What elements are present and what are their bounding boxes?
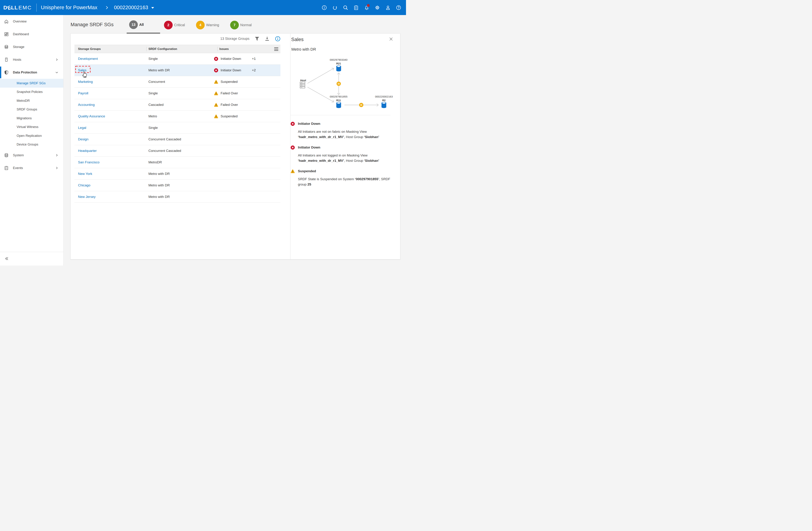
sidebar-item-virtual-witness[interactable]: Virtual Witness: [0, 123, 63, 131]
storage-group-link[interactable]: Quality Assurance: [78, 114, 105, 118]
table-row-accounting[interactable]: AccountingCascadedFailed Over: [74, 99, 280, 111]
table-row-new-jersey[interactable]: New JerseyMetro with DR: [74, 191, 280, 203]
sidebar-item-system[interactable]: System: [0, 149, 63, 162]
settings-icon[interactable]: [375, 5, 380, 10]
system-selector[interactable]: 000220002163: [114, 4, 154, 11]
srdf-configuration-cell: Metro: [148, 111, 157, 122]
help-icon[interactable]: [396, 5, 401, 10]
storage-group-name-cell: Accounting: [78, 99, 95, 111]
column-header-storage-groups[interactable]: Storage Groups: [78, 45, 101, 53]
sidebar-subitem-label: MetroDR: [17, 99, 30, 103]
column-header-srdf-configuration[interactable]: SRDF Configuration: [148, 45, 177, 53]
column-header-issues[interactable]: Issues: [219, 45, 229, 53]
dell-wordmark: DELL: [3, 4, 18, 11]
sidebar-item-label: Overview: [13, 19, 27, 23]
r11-system-id: 000297901855: [330, 95, 347, 98]
tab-critical[interactable]: 2 Critical: [161, 17, 187, 33]
error-icon: [290, 121, 295, 126]
sidebar-item-label: Hosts: [13, 58, 21, 61]
srdf-topology-diagram: Host 000297903340 R21: [290, 53, 401, 115]
sidebar-item-data-protection[interactable]: Data Protection: [0, 66, 63, 79]
issues-cell: Failed Over: [214, 99, 238, 111]
table-row-sales[interactable]: SalesMetro with DRInitiator Down+2: [74, 64, 280, 76]
storage-group-link[interactable]: Sales: [78, 68, 87, 72]
column-menu-icon[interactable]: [274, 47, 278, 51]
table-row-quality-assurance[interactable]: Quality AssuranceMetroSuspended: [74, 111, 280, 122]
table-row-new-york[interactable]: New YorkMetro with DR: [74, 168, 280, 180]
storage-group-link[interactable]: Accounting: [78, 103, 95, 107]
table-row-marketing[interactable]: MarketingConcurrentSuspended: [74, 76, 280, 88]
tab-normal[interactable]: 7 Normal: [228, 17, 254, 33]
storage-group-link[interactable]: New York: [78, 172, 92, 176]
sidebar-item-metrodr[interactable]: MetroDR: [0, 96, 63, 105]
hosts-icon: [4, 57, 9, 62]
refresh-icon[interactable]: [332, 5, 337, 10]
sidebar-item-snapshot-policies[interactable]: Snapshot Policies: [0, 88, 63, 97]
sidebar-item-migrations[interactable]: Migrations: [0, 114, 63, 123]
sidebar-item-storage[interactable]: Storage: [0, 41, 63, 53]
close-icon[interactable]: [389, 37, 393, 41]
sidebar-subitem-label: SRDF Groups: [17, 107, 37, 111]
storage-group-link[interactable]: Chicago: [78, 183, 90, 187]
details-info-icon[interactable]: [275, 36, 280, 41]
storage-group-link[interactable]: San Francisco: [78, 160, 99, 164]
filter-icon[interactable]: [255, 36, 260, 41]
table-row-payroll[interactable]: PayrollSingleFailed Over: [74, 88, 280, 99]
table-row-design[interactable]: DesignConcurrent Cascaded: [74, 134, 280, 145]
notifications-icon[interactable]: [364, 5, 369, 10]
sidebar-item-open-replication[interactable]: Open Replication: [0, 131, 63, 140]
data-protection-submenu: Manage SRDF SGs Snapshot Policies MetroD…: [0, 79, 63, 149]
export-icon[interactable]: [264, 36, 270, 41]
error-icon: [214, 68, 218, 73]
r2-system-id: 000220002163: [375, 95, 393, 98]
table-row-chicago[interactable]: ChicagoMetro with DR: [74, 180, 280, 191]
warning-icon: [214, 80, 218, 84]
issue-title: Initiator Down: [298, 145, 320, 149]
sidebar-subitem-label: Open Replication: [17, 134, 42, 138]
table-row-headquarter[interactable]: HeadquarterConcurrent Cascaded: [74, 145, 280, 157]
additional-issues-count: +2: [252, 64, 256, 76]
host-icon: [300, 82, 305, 88]
sidebar-item-device-groups[interactable]: Device Groups: [0, 140, 63, 149]
storage-group-link[interactable]: Headquarter: [78, 149, 97, 153]
table-row-development[interactable]: DevelopmentSingleInitiator Down+1: [74, 53, 280, 64]
sidebar-item-hosts[interactable]: Hosts: [0, 53, 63, 66]
r21-cylinder-icon: [336, 65, 341, 71]
shield-icon: [4, 70, 9, 75]
error-icon: [214, 57, 218, 61]
warning-icon: [214, 103, 218, 107]
storage-group-name-cell: San Francisco: [78, 157, 99, 168]
sidebar-item-events[interactable]: Events: [0, 162, 63, 174]
info-icon[interactable]: [322, 5, 327, 10]
storage-group-name-cell: New York: [78, 168, 92, 180]
issue-title: Suspended: [298, 169, 316, 173]
storage-group-name-cell: Payroll: [78, 88, 88, 99]
emc-wordmark: EMC: [18, 4, 32, 11]
tasks-icon[interactable]: [354, 5, 359, 10]
tab-all[interactable]: 13 All: [127, 17, 160, 33]
storage-group-link[interactable]: Development: [78, 57, 98, 61]
issue-title: Initiator Down: [298, 122, 320, 126]
r21-role: R21: [336, 62, 341, 65]
sidebar-item-overview[interactable]: Overview: [0, 15, 63, 28]
critical-count-badge: 2: [164, 21, 173, 29]
search-icon[interactable]: [343, 5, 348, 10]
user-icon[interactable]: [386, 5, 390, 10]
table-row-legal[interactable]: LegalSingle: [74, 122, 280, 134]
sidebar-item-manage-srdf-sgs[interactable]: Manage SRDF SGs: [0, 79, 63, 88]
sidebar-item-srdf-groups[interactable]: SRDF Groups: [0, 105, 63, 114]
table-meta-row: 13 Storage Groups: [74, 34, 280, 45]
srdf-configuration-cell: Concurrent: [148, 76, 165, 87]
storage-group-link[interactable]: Legal: [78, 126, 86, 130]
table-row-san-francisco[interactable]: San FranciscoMetroDR: [74, 157, 280, 168]
r11-role: R11: [336, 99, 341, 102]
tab-warning[interactable]: 4 Warning: [193, 17, 222, 33]
storage-group-link[interactable]: Design: [78, 137, 88, 141]
sidebar-item-dashboard[interactable]: Dashboard: [0, 28, 63, 41]
storage-group-link[interactable]: Payroll: [78, 91, 88, 95]
collapse-sidebar-icon[interactable]: [4, 256, 9, 261]
storage-group-link[interactable]: Marketing: [78, 80, 93, 84]
chevron-right-icon: [55, 58, 59, 61]
storage-group-link[interactable]: New Jersey: [78, 195, 96, 199]
r2-role: R2: [382, 99, 386, 102]
